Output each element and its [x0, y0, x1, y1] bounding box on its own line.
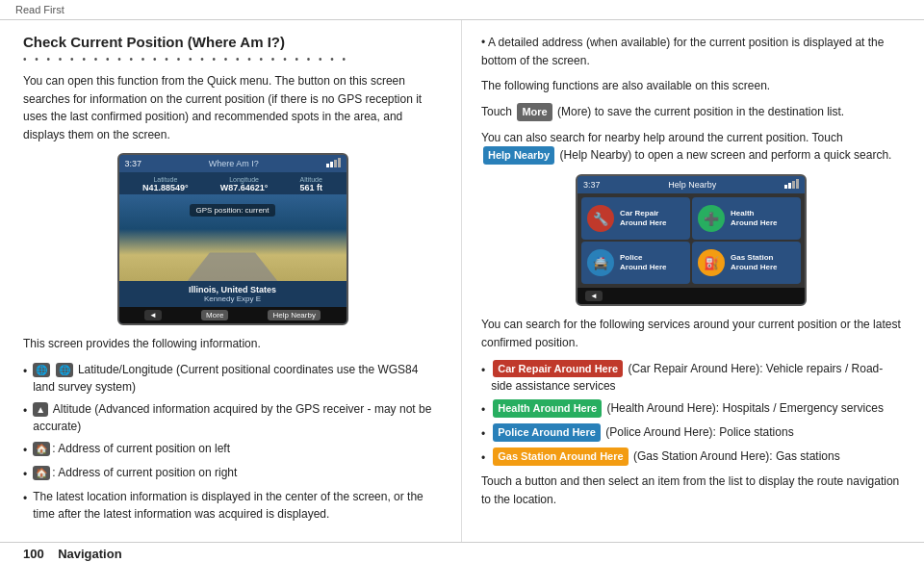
- globe2-icon: 🌐: [56, 363, 73, 377]
- help-screen-footer: ◄: [578, 288, 805, 304]
- car-repair-service-badge[interactable]: Car Repair Around Here: [493, 360, 623, 378]
- bullet-text-altitude: ▲ Altitude (Advanced information acquire…: [33, 400, 442, 435]
- outro-text: Touch a button and then select an item f…: [481, 473, 901, 508]
- bullet-icon-car: •: [481, 362, 485, 379]
- bullet-icon-police: •: [481, 425, 485, 443]
- bullet-text-addr-right: 🏠: Address of current position on right: [33, 464, 237, 481]
- more-badge[interactable]: More: [517, 103, 552, 121]
- altitude-label: Altitude: [299, 176, 322, 183]
- gps-screen-title: Where Am I?: [209, 159, 259, 168]
- bullet-text-police: Police Around Here (Police Around Here):…: [491, 423, 793, 442]
- page-footer: 100 Navigation: [0, 542, 924, 565]
- help-nearby-text-b: (Help Nearby) to open a new screen and p…: [560, 148, 892, 162]
- gas-station-label: Gas StationAround Here: [731, 253, 777, 273]
- page-content: Check Current Position (Where Am I?) • •…: [0, 20, 924, 542]
- section-title: Check Current Position (Where Am I?): [23, 34, 442, 50]
- longitude-value: W87.64621°: [220, 183, 269, 192]
- gps-screen: 3:37 Where Am I? Latitude N41.88549° Lon…: [117, 153, 348, 325]
- bullet-text-health: Health Around Here (Health Around Here):…: [491, 399, 884, 418]
- right-column: • A detailed address (when available) fo…: [462, 20, 924, 542]
- touch-more-text-b: (More) to save the current position in t…: [557, 105, 844, 118]
- gps-screen-footer: ◄ More Help Nearby: [119, 307, 346, 323]
- touch-more-text-a: Touch: [481, 105, 512, 118]
- home-left-icon: 🏠: [33, 442, 50, 456]
- bullet-icon-addr-right: •: [23, 466, 27, 483]
- right-para3: Touch More (More) to save the current po…: [481, 103, 901, 121]
- altitude-icon: ▲: [33, 402, 48, 417]
- bullet-text-addr-left: 🏠: Address of current position on left: [33, 440, 230, 457]
- below-screen-text: This screen provides the following infor…: [23, 335, 442, 353]
- bullet-item-altitude: • ▲ Altitude (Advanced information acqui…: [23, 400, 442, 435]
- location-main-text: Illinois, United States: [123, 285, 343, 294]
- health-item[interactable]: ➕ HealthAround Here: [692, 197, 801, 240]
- bullet-text-gas: Gas Station Around Here (Gas Station Aro…: [491, 447, 840, 466]
- help-signal-icon: [784, 179, 799, 191]
- bullet-item-addr-right: • 🏠: Address of current position on righ…: [23, 464, 442, 483]
- top-bar-label: Read First: [15, 4, 64, 15]
- health-service-badge[interactable]: Health Around Here: [493, 399, 602, 418]
- back-button[interactable]: ◄: [144, 310, 162, 320]
- top-bar: Read First: [0, 0, 924, 20]
- gps-position-label: GPS position: current: [190, 204, 274, 217]
- page-number: 100: [23, 547, 44, 561]
- latitude-block: Latitude N41.88549°: [142, 176, 189, 192]
- police-item[interactable]: 🚔 PoliceAround Here: [581, 242, 690, 284]
- help-back-button[interactable]: ◄: [585, 291, 603, 301]
- help-screen-time: 3:37: [583, 180, 601, 190]
- bullet-item-addr-left: • 🏠: Address of current position on left: [23, 440, 442, 459]
- bullet-gas: • Gas Station Around Here (Gas Station A…: [481, 447, 901, 467]
- dots-line: • • • • • • • • • • • • • • • • • • • • …: [23, 54, 442, 64]
- gps-map-area: GPS position: current: [119, 194, 346, 281]
- bullet-item-latlong: • 🌐 🌐 Latitude/Longitude (Current positi…: [23, 361, 442, 396]
- globe-icon: 🌐: [33, 363, 50, 377]
- bullet-icon-latlong: •: [23, 363, 27, 380]
- bullet-icon-addr-left: •: [23, 442, 27, 459]
- help-grid: 🔧 Car RepairAround Here ➕ HealthAround H…: [578, 193, 805, 288]
- bullet-icon-health: •: [481, 401, 485, 419]
- intro-text: You can open this function from the Quic…: [23, 72, 442, 143]
- health-label: HealthAround Here: [731, 209, 777, 229]
- right-para2: The following functions are also availab…: [481, 77, 901, 95]
- longitude-label: Longitude: [220, 176, 269, 183]
- car-repair-label: Car RepairAround Here: [620, 209, 666, 229]
- left-column: Check Current Position (Where Am I?) • •…: [0, 20, 462, 542]
- car-repair-item[interactable]: 🔧 Car RepairAround Here: [581, 197, 690, 240]
- search-intro: You can search for the following service…: [481, 316, 901, 351]
- service-bullet-section: • Car Repair Around Here (Car Repair Aro…: [481, 360, 901, 468]
- longitude-block: Longitude W87.64621°: [220, 176, 269, 192]
- footer-label: Navigation: [58, 547, 121, 561]
- location-sub-text: Kennedy Expy E: [123, 294, 343, 303]
- gps-time: 3:37: [125, 159, 142, 168]
- gas-station-item[interactable]: ⛽ Gas StationAround Here: [692, 242, 801, 284]
- bullet-item-latest-info: • The latest location information is dis…: [23, 488, 442, 523]
- bullet-icon-gas: •: [481, 449, 485, 467]
- help-nearby-screen: 3:37 Help Nearby 🔧 Car RepairAround Here…: [576, 174, 807, 306]
- help-nearby-text-a: You can also search for nearby help arou…: [481, 131, 843, 144]
- road-visual: [119, 252, 346, 281]
- police-icon: 🚔: [587, 249, 614, 276]
- bullet-police: • Police Around Here (Police Around Here…: [481, 423, 901, 443]
- latitude-label: Latitude: [142, 176, 189, 183]
- gps-screen-header: 3:37 Where Am I?: [119, 155, 346, 172]
- altitude-value: 561 ft: [299, 183, 322, 192]
- coords-row: Latitude N41.88549° Longitude W87.64621°…: [119, 172, 346, 194]
- police-service-badge[interactable]: Police Around Here: [493, 423, 601, 442]
- bullet-health: • Health Around Here (Health Around Here…: [481, 399, 901, 419]
- help-nearby-badge[interactable]: Help Nearby: [483, 146, 554, 165]
- signal-icon: [326, 158, 341, 169]
- bullet-section: • 🌐 🌐 Latitude/Longitude (Current positi…: [23, 361, 442, 523]
- bullet-car-repair: • Car Repair Around Here (Car Repair Aro…: [481, 360, 901, 396]
- more-button[interactable]: More: [201, 310, 228, 320]
- health-icon: ➕: [698, 205, 725, 232]
- bullet-icon-latest: •: [23, 490, 27, 507]
- right-para1: • A detailed address (when available) fo…: [481, 34, 901, 69]
- help-screen-title: Help Nearby: [668, 180, 716, 190]
- home-right-icon: 🏠: [33, 466, 50, 480]
- right-para4: You can also search for nearby help arou…: [481, 129, 901, 166]
- police-label: PoliceAround Here: [620, 253, 666, 273]
- help-nearby-button[interactable]: Help Nearby: [268, 310, 320, 320]
- latitude-value: N41.88549°: [142, 183, 189, 192]
- bullet-icon-altitude: •: [23, 402, 27, 420]
- gas-service-badge[interactable]: Gas Station Around Here: [493, 447, 628, 466]
- bullet-text-car: Car Repair Around Here (Car Repair Aroun…: [491, 360, 901, 396]
